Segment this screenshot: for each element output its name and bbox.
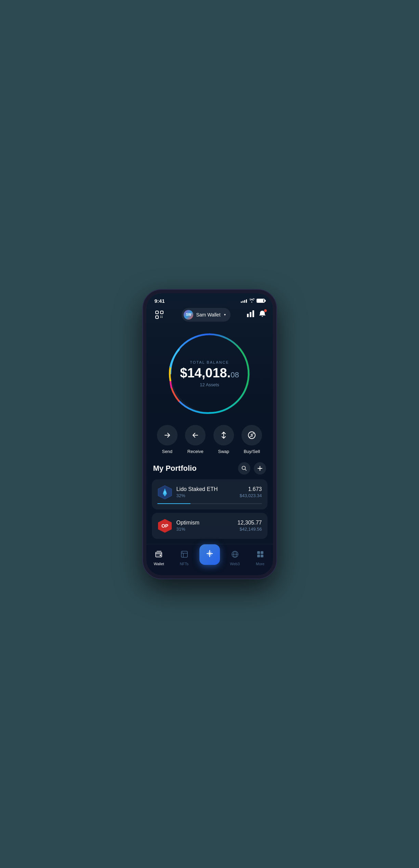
search-button[interactable] <box>238 462 250 475</box>
chevron-down-icon: ▾ <box>224 313 226 316</box>
svg-rect-14 <box>156 552 162 557</box>
asset-right: 1.673 $43,023.34 <box>239 486 262 498</box>
lido-amount: 1.673 <box>239 486 262 492</box>
bell-wrapper[interactable] <box>259 310 266 319</box>
asset-row: Lido Staked ETH 32% 1.673 $43,023.34 <box>157 485 262 500</box>
svg-rect-0 <box>156 311 158 314</box>
svg-rect-4 <box>250 312 251 317</box>
balance-main: $14,018. <box>180 365 231 380</box>
notch <box>189 293 230 304</box>
phone-frame: 9:41 <box>143 290 276 579</box>
battery-icon <box>257 299 265 303</box>
optimism-name: Optimism <box>176 520 200 526</box>
lido-progress-bar <box>157 503 191 504</box>
optimism-percent: 31% <box>176 527 200 532</box>
svg-point-11 <box>163 491 166 494</box>
balance-section: TOTAL BALANCE $14,018.08 12 Assets <box>146 326 273 425</box>
swap-icon <box>213 425 234 445</box>
signal-bar-4 <box>246 299 247 303</box>
asset-left: OP Optimism 31% <box>157 518 200 533</box>
nav-item-web3[interactable]: Web3 <box>225 550 245 566</box>
svg-rect-1 <box>160 311 163 314</box>
nav-item-more[interactable]: More <box>250 550 271 566</box>
optimism-info: Optimism 31% <box>176 520 200 532</box>
chart-icon[interactable] <box>247 310 254 319</box>
center-action-icon <box>205 549 214 560</box>
swap-label: Swap <box>218 449 229 454</box>
portfolio-title: My Portfolio <box>153 464 197 473</box>
lido-name: Lido Staked ETH <box>176 486 218 492</box>
lido-icon <box>157 485 172 500</box>
balance-label: TOTAL BALANCE <box>180 360 239 364</box>
receive-label: Receive <box>187 449 204 454</box>
lido-percent: 32% <box>176 493 218 498</box>
wallet-nav-icon <box>155 550 163 560</box>
buysell-label: Buy/Sell <box>244 449 260 454</box>
wallet-name: Sam Wallet <box>196 312 220 318</box>
nav-item-nfts[interactable]: NFTs <box>174 550 195 566</box>
header-right <box>247 310 266 319</box>
svg-rect-3 <box>247 314 249 317</box>
asset-right-optimism: 12,305.77 $42,149.56 <box>237 520 262 532</box>
svg-rect-2 <box>156 316 158 319</box>
signal-bar-2 <box>243 301 244 303</box>
receive-icon <box>185 425 206 445</box>
svg-text:$: $ <box>251 433 253 437</box>
svg-point-17 <box>182 552 183 553</box>
scan-icon[interactable] <box>153 309 166 321</box>
balance-content: TOTAL BALANCE $14,018.08 12 Assets <box>180 360 239 387</box>
signal-bar-3 <box>244 300 245 303</box>
add-asset-button[interactable] <box>254 462 266 475</box>
asset-card-optimism[interactable]: OP Optimism 31% 12,305.77 $42,149.56 <box>152 513 267 539</box>
wallet-selector[interactable]: SW Sam Wallet ▾ <box>182 308 230 322</box>
balance-assets: 12 Assets <box>180 382 239 387</box>
portfolio-actions <box>238 462 266 475</box>
swap-action[interactable]: Swap <box>213 425 234 454</box>
svg-rect-5 <box>252 310 254 317</box>
more-nav-icon <box>256 550 264 560</box>
action-buttons: Send Receive Swap <box>146 425 273 462</box>
optimism-amount: 12,305.77 <box>237 520 262 526</box>
optimism-value: $42,149.56 <box>237 527 262 532</box>
bell-icon <box>259 311 266 319</box>
lido-value: $43,023.34 <box>239 493 262 498</box>
portfolio-section: My Portfolio <box>146 462 273 544</box>
phone-screen: 9:41 <box>146 293 273 575</box>
balance-cents: 08 <box>231 370 239 379</box>
svg-rect-15 <box>160 555 161 556</box>
svg-text:OP: OP <box>161 523 168 529</box>
lido-progress-bar-bg <box>157 503 262 504</box>
receive-action[interactable]: Receive <box>185 425 206 454</box>
svg-rect-22 <box>257 555 260 557</box>
wifi-icon <box>249 298 254 303</box>
center-action-button[interactable] <box>199 544 220 565</box>
asset-row: OP Optimism 31% 12,305.77 $42,149.56 <box>157 518 262 533</box>
asset-card-lido[interactable]: Lido Staked ETH 32% 1.673 $43,023.34 <box>152 479 267 509</box>
balance-circle: TOTAL BALANCE $14,018.08 12 Assets <box>165 329 254 418</box>
avatar: SW <box>184 310 193 320</box>
portfolio-header: My Portfolio <box>152 462 267 475</box>
web3-nav-label: Web3 <box>230 562 240 566</box>
bottom-nav: Wallet NFTs <box>146 544 273 575</box>
status-time: 9:41 <box>155 298 165 304</box>
nav-item-wallet[interactable]: Wallet <box>149 550 169 566</box>
svg-rect-23 <box>261 555 263 557</box>
web3-nav-icon <box>231 550 239 560</box>
lido-info: Lido Staked ETH 32% <box>176 486 218 498</box>
svg-rect-20 <box>257 551 260 554</box>
notification-badge <box>264 309 267 312</box>
signal-bars-icon <box>241 299 247 303</box>
more-nav-label: More <box>256 562 264 566</box>
app-header: SW Sam Wallet ▾ <box>146 307 273 326</box>
wallet-nav-label: Wallet <box>154 562 164 566</box>
buysell-action[interactable]: $ Buy/Sell <box>241 425 262 454</box>
optimism-icon: OP <box>157 518 172 533</box>
send-action[interactable]: Send <box>157 425 178 454</box>
asset-left: Lido Staked ETH 32% <box>157 485 218 500</box>
status-icons <box>241 298 265 303</box>
svg-rect-21 <box>261 551 263 554</box>
send-icon <box>157 425 178 445</box>
nfts-nav-icon <box>180 550 188 560</box>
signal-bar-1 <box>241 301 242 303</box>
nfts-nav-label: NFTs <box>180 562 189 566</box>
